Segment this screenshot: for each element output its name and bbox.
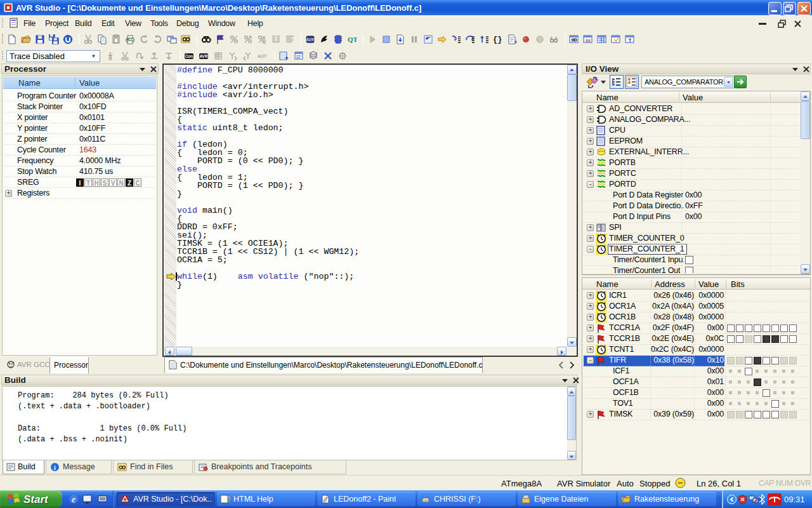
svg-text:?: ?	[226, 495, 230, 504]
svg-text:{}: {}	[493, 36, 502, 44]
svg-text:AUTO: AUTO	[258, 54, 267, 58]
svg-text:QT: QT	[348, 36, 357, 43]
svg-text:AVR: AVR	[199, 54, 208, 58]
svg-text:ox: ox	[586, 38, 591, 43]
svg-text:Con: Con	[185, 54, 193, 58]
svg-text:T: T	[629, 37, 632, 43]
svg-text:e: e	[72, 495, 75, 504]
svg-text:i: i	[54, 464, 56, 471]
svg-text:AVR: AVR	[306, 37, 315, 42]
